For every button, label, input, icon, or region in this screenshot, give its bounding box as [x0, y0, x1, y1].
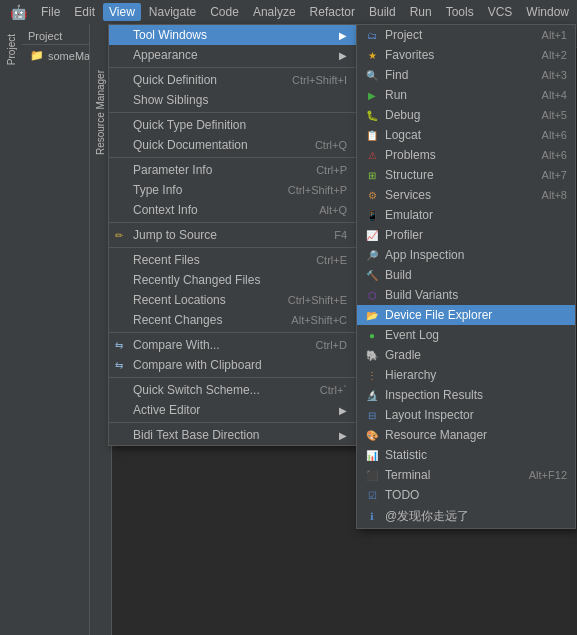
hierarchy-icon: ⋮ — [365, 368, 379, 382]
info-icon: ℹ — [365, 510, 379, 524]
menu-build[interactable]: Build — [363, 3, 402, 21]
tw-project[interactable]: 🗂 Project Alt+1 — [357, 25, 575, 45]
event-log-icon: ● — [365, 328, 379, 342]
inspection-results-icon: 🔬 — [365, 388, 379, 402]
tw-favorites[interactable]: ★ Favorites Alt+2 — [357, 45, 575, 65]
menu-compare-with[interactable]: ⇆ Compare With... Ctrl+D — [109, 335, 357, 355]
compare-icon: ⇆ — [115, 340, 123, 351]
tw-problems[interactable]: ⚠ Problems Alt+6 — [357, 145, 575, 165]
menu-file[interactable]: File — [35, 3, 66, 21]
menu-context-info[interactable]: Context Info Alt+Q — [109, 200, 357, 220]
profiler-icon: 📈 — [365, 228, 379, 242]
device-file-explorer-icon: 📂 — [365, 308, 379, 322]
terminal-icon: ⬛ — [365, 468, 379, 482]
tw-services[interactable]: ⚙ Services Alt+8 — [357, 185, 575, 205]
sep-2 — [109, 112, 357, 113]
tw-event-log[interactable]: ● Event Log — [357, 325, 575, 345]
star-icon: ★ — [365, 48, 379, 62]
services-icon: ⚙ — [365, 188, 379, 202]
sep-7 — [109, 377, 357, 378]
menu-vcs[interactable]: VCS — [482, 3, 519, 21]
folder-icon: 📁 — [30, 49, 44, 62]
menu-tool-windows[interactable]: Tool Windows ▶ — [109, 25, 357, 45]
tw-app-inspection[interactable]: 🔎 App Inspection — [357, 245, 575, 265]
tw-statistic[interactable]: 📊 Statistic — [357, 445, 575, 465]
menu-recent-locations[interactable]: Recent Locations Ctrl+Shift+E — [109, 290, 357, 310]
menu-show-siblings[interactable]: Show Siblings — [109, 90, 357, 110]
menubar: 🤖 File Edit View Navigate Code Analyze R… — [0, 0, 577, 24]
menu-appearance[interactable]: Appearance ▶ — [109, 45, 357, 65]
arrow-right-icon-3: ▶ — [339, 405, 347, 416]
menu-quick-switch[interactable]: Quick Switch Scheme... Ctrl+` — [109, 380, 357, 400]
logcat-icon: 📋 — [365, 128, 379, 142]
compare-clipboard-icon: ⇆ — [115, 360, 123, 371]
tw-structure[interactable]: ⊞ Structure Alt+7 — [357, 165, 575, 185]
menu-analyze[interactable]: Analyze — [247, 3, 302, 21]
tw-todo[interactable]: ☑ TODO — [357, 485, 575, 505]
arrow-right-icon: ▶ — [339, 30, 347, 41]
arrow-right-icon-2: ▶ — [339, 50, 347, 61]
menu-bidi[interactable]: Bidi Text Base Direction ▶ — [109, 425, 357, 445]
tw-profiler[interactable]: 📈 Profiler — [357, 225, 575, 245]
jump-source-icon: ✏ — [115, 230, 123, 241]
sep-5 — [109, 247, 357, 248]
tw-inspection-results[interactable]: 🔬 Inspection Results — [357, 385, 575, 405]
tw-hierarchy[interactable]: ⋮ Hierarchy — [357, 365, 575, 385]
tool-windows-submenu: 🗂 Project Alt+1 ★ Favorites Alt+2 🔍 Find… — [356, 24, 576, 529]
menu-quick-def[interactable]: Quick Definition Ctrl+Shift+I — [109, 70, 357, 90]
search-icon: 🔍 — [365, 68, 379, 82]
app-icon: 🤖 — [4, 2, 33, 22]
menu-navigate[interactable]: Navigate — [143, 3, 202, 21]
menu-window[interactable]: Window — [520, 3, 575, 21]
app-inspection-icon: 🔎 — [365, 248, 379, 262]
layout-inspector-icon: ⊟ — [365, 408, 379, 422]
project-icon: 🗂 — [365, 28, 379, 42]
menu-type-info[interactable]: Type Info Ctrl+Shift+P — [109, 180, 357, 200]
tw-layout-inspector[interactable]: ⊟ Layout Inspector — [357, 405, 575, 425]
tw-chinese[interactable]: ℹ @发现你走远了 — [357, 505, 575, 528]
menu-param-info[interactable]: Parameter Info Ctrl+P — [109, 160, 357, 180]
sep-3 — [109, 157, 357, 158]
emulator-icon: 📱 — [365, 208, 379, 222]
menu-edit[interactable]: Edit — [68, 3, 101, 21]
tw-terminal[interactable]: ⬛ Terminal Alt+F12 — [357, 465, 575, 485]
menu-quick-doc[interactable]: Quick Documentation Ctrl+Q — [109, 135, 357, 155]
menu-jump-source[interactable]: ✏ Jump to Source F4 — [109, 225, 357, 245]
tw-emulator[interactable]: 📱 Emulator — [357, 205, 575, 225]
menu-active-editor[interactable]: Active Editor ▶ — [109, 400, 357, 420]
menu-code[interactable]: Code — [204, 3, 245, 21]
project-panel: Project 📁 someMainAct Resource Manager — [22, 24, 112, 635]
menu-tools[interactable]: Tools — [440, 3, 480, 21]
menu-recent-changes[interactable]: Recent Changes Alt+Shift+C — [109, 310, 357, 330]
resource-manager-tab[interactable]: Resource Manager — [93, 64, 108, 161]
todo-icon: ☑ — [365, 488, 379, 502]
tw-resource-manager[interactable]: 🎨 Resource Manager — [357, 425, 575, 445]
resource-manager-icon: 🎨 — [365, 428, 379, 442]
sep-8 — [109, 422, 357, 423]
menu-compare-clipboard[interactable]: ⇆ Compare with Clipboard — [109, 355, 357, 375]
tw-logcat[interactable]: 📋 Logcat Alt+6 — [357, 125, 575, 145]
menu-quick-type[interactable]: Quick Type Definition — [109, 115, 357, 135]
tw-build-variants[interactable]: ⬡ Build Variants — [357, 285, 575, 305]
view-menu-dropdown: Tool Windows ▶ Appearance ▶ Quick Defini… — [108, 24, 358, 446]
sep-6 — [109, 332, 357, 333]
sidebar-project-tab[interactable]: Project — [4, 28, 19, 71]
problems-icon: ⚠ — [365, 148, 379, 162]
tw-debug[interactable]: 🐛 Debug Alt+5 — [357, 105, 575, 125]
menu-run[interactable]: Run — [404, 3, 438, 21]
structure-icon: ⊞ — [365, 168, 379, 182]
tw-run[interactable]: ▶ Run Alt+4 — [357, 85, 575, 105]
tw-find[interactable]: 🔍 Find Alt+3 — [357, 65, 575, 85]
bug-icon: 🐛 — [365, 108, 379, 122]
tw-device-file-explorer[interactable]: 📂 Device File Explorer — [357, 305, 575, 325]
menu-refactor[interactable]: Refactor — [304, 3, 361, 21]
menu-view[interactable]: View — [103, 3, 141, 21]
tw-build[interactable]: 🔨 Build — [357, 265, 575, 285]
menu-recent-files[interactable]: Recent Files Ctrl+E — [109, 250, 357, 270]
gradle-icon: 🐘 — [365, 348, 379, 362]
build-icon: 🔨 — [365, 268, 379, 282]
arrow-right-icon-4: ▶ — [339, 430, 347, 441]
build-variants-icon: ⬡ — [365, 288, 379, 302]
menu-recently-changed[interactable]: Recently Changed Files — [109, 270, 357, 290]
tw-gradle[interactable]: 🐘 Gradle — [357, 345, 575, 365]
